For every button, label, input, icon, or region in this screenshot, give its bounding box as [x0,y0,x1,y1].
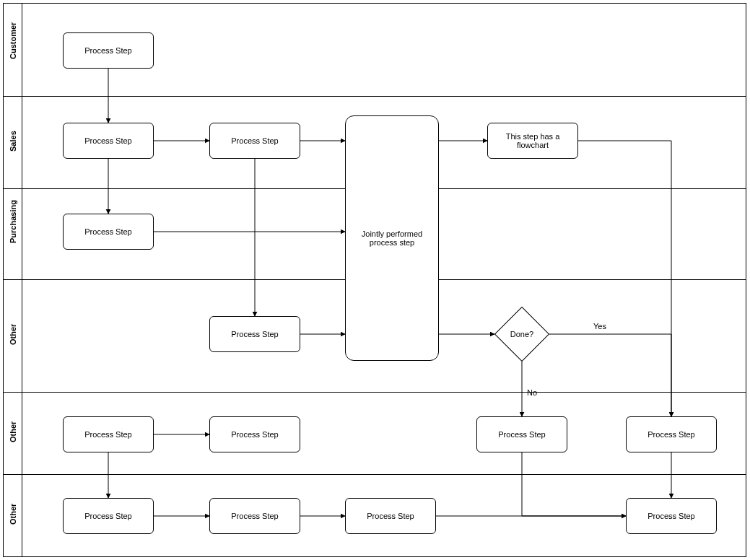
node-process-step: Process Step [626,498,717,534]
lane-divider [4,96,746,97]
lane-divider [4,392,746,393]
node-process-step: Process Step [626,416,717,452]
node-flowchart-step: This step has a flowchart [487,123,578,159]
edge-label-no: No [526,388,538,397]
node-process-step: Process Step [209,316,300,352]
lane-label-sales: Sales [9,133,17,152]
lane-label-other-3: Other [9,506,17,525]
node-process-step: Process Step [63,498,154,534]
node-process-step: Process Step [63,123,154,159]
lane-divider [4,474,746,475]
swimlane-diagram: Customer Sales Purchasing Other Other Ot… [0,0,750,560]
node-process-step: Process Step [209,498,300,534]
node-process-step: Process Step [345,498,436,534]
node-process-step: Process Step [209,416,300,452]
node-process-step: Process Step [63,416,154,452]
node-process-step: Process Step [476,416,567,452]
decision-done: Done? [502,315,541,354]
lane-label-other-2: Other [9,424,17,442]
lane-label-customer: Customer [9,40,17,59]
decision-label: Done? [502,315,541,354]
node-process-step: Process Step [63,214,154,250]
node-joint-process-step: Jointly performed process step [345,115,439,361]
lane-label-other-1: Other [9,326,17,345]
node-process-step: Process Step [63,32,154,69]
lane-label-purchasing: Purchasing [9,224,17,243]
node-process-step: Process Step [209,123,300,159]
edge-label-yes: Yes [592,322,608,331]
